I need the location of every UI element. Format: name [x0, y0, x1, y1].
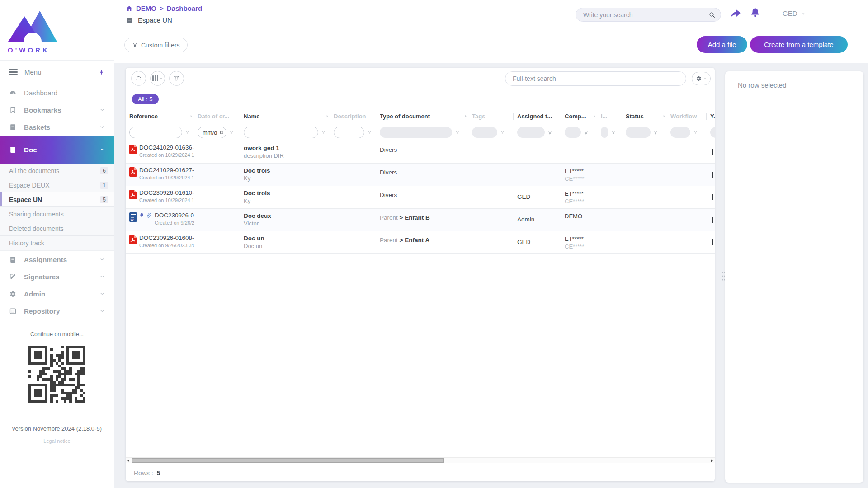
share-button[interactable] — [729, 7, 742, 20]
type-cell: Parent > Enfant A — [376, 231, 468, 253]
global-search-input[interactable] — [576, 8, 721, 21]
breadcrumb-page[interactable]: Dashboard — [167, 5, 202, 12]
column-header-assigned-t[interactable]: Assigned t... — [514, 108, 561, 124]
status-cell — [622, 164, 667, 186]
fulltext-search-input[interactable] — [505, 71, 686, 86]
filter-cell — [376, 127, 468, 138]
filter-cell — [126, 127, 194, 138]
column-header-workflow[interactable]: Workflow — [667, 108, 707, 124]
sidebar-subitem-history-track[interactable]: History track — [0, 236, 114, 250]
scroll-left-icon[interactable] — [127, 459, 131, 463]
sort-arrow-icon — [325, 114, 330, 118]
y-cell — [707, 141, 715, 163]
pin-icon[interactable] — [98, 69, 105, 75]
sidebar-item-dashboard[interactable]: Dashboard — [0, 84, 114, 101]
column-label: Type of document — [380, 113, 430, 120]
description-cell — [330, 231, 376, 253]
sidebar-item-repository[interactable]: Repository — [0, 302, 114, 319]
custom-filters-button[interactable]: Custom filters — [124, 38, 188, 52]
table-row[interactable]: DOC241029-01636-0Created on 10/29/2024 1… — [126, 141, 715, 164]
version-label: version Novembre 2024 (2.18.0-5) — [0, 425, 114, 432]
assigned-cell: Admin — [514, 209, 561, 231]
column-header-comp[interactable]: Comp... — [561, 108, 597, 124]
main-area: DEMO > Dashboard Espace UN GED Cus — [114, 0, 868, 488]
column-header-status[interactable]: Status — [622, 108, 667, 124]
filter-cell — [514, 127, 561, 138]
y-cell — [707, 231, 715, 253]
sidebar-footer: version Novembre 2024 (2.18.0-5) Legal n… — [0, 425, 114, 444]
profile-menu[interactable]: GED — [783, 9, 806, 17]
filter-cell — [561, 127, 597, 138]
profile-label: GED — [783, 9, 797, 17]
filter-input-reference[interactable] — [129, 127, 182, 138]
status-cell — [622, 141, 667, 163]
chevron-down-icon — [99, 308, 105, 314]
scroll-right-icon[interactable] — [710, 459, 714, 463]
i-cell — [597, 231, 622, 253]
hamburger-menu-icon[interactable] — [9, 68, 18, 77]
column-header-type-of-document[interactable]: Type of document — [376, 108, 468, 124]
gear-icon — [696, 75, 702, 82]
pdf-file-icon — [129, 145, 137, 154]
company-top: DEMO — [565, 213, 597, 220]
tab-all[interactable]: All : 5 — [132, 94, 159, 104]
table-settings-button[interactable] — [692, 72, 711, 85]
sidebar-item-baskets[interactable]: Baskets — [0, 118, 114, 136]
bell-icon — [139, 212, 145, 218]
filter-button[interactable] — [169, 71, 184, 86]
add-file-button[interactable]: Add a file — [697, 36, 747, 53]
filter-cell — [667, 127, 707, 138]
column-header-name[interactable]: Name — [240, 108, 330, 124]
column-label: Tags — [472, 113, 485, 120]
table-row[interactable]: DOC241029-01627-0Created on 10/29/2024 1… — [126, 164, 715, 186]
sidebar-subitem-sharing-documents[interactable]: Sharing documents — [0, 207, 114, 221]
search-icon[interactable] — [708, 11, 716, 19]
description-cell — [330, 186, 376, 208]
description-cell — [330, 141, 376, 163]
sidebar-subitem-all-the-documents[interactable]: All the documents6 — [0, 164, 114, 178]
column-header-date-of-cr[interactable]: Date of cr... — [194, 108, 240, 124]
horizontal-scrollbar[interactable] — [126, 457, 715, 463]
breadcrumb-root[interactable]: DEMO — [136, 5, 156, 12]
column-label: Status — [626, 113, 644, 120]
refresh-button[interactable] — [131, 71, 146, 86]
sidebar-subitem-espace-deux[interactable]: Espace DEUX1 — [0, 178, 114, 192]
home-icon[interactable] — [126, 5, 133, 12]
filter-funnel-icon — [547, 130, 552, 135]
sidebar-subitem-deleted-documents[interactable]: Deleted documents — [0, 221, 114, 236]
notifications-button[interactable] — [749, 7, 761, 19]
create-from-template-button[interactable]: Create from a template — [750, 36, 848, 53]
column-header-i[interactable]: I... — [597, 108, 622, 124]
filter-disabled-tags — [472, 127, 497, 138]
columns-button[interactable] — [150, 71, 165, 86]
subitem-label: History track — [9, 239, 44, 247]
filter-input-name[interactable] — [244, 127, 318, 138]
column-header-tags[interactable]: Tags — [468, 108, 514, 124]
app-root: O'WORK Menu DashboardBookmarksBasketsDoc… — [0, 0, 868, 488]
filter-input-description[interactable] — [334, 127, 364, 138]
sidebar-item-bookmarks[interactable]: Bookmarks — [0, 101, 114, 118]
legal-notice-link[interactable]: Legal notice — [0, 438, 114, 444]
column-header-description[interactable]: Description — [330, 108, 376, 124]
sidebar-subitem-espace-un[interactable]: Espace UN5 — [0, 192, 114, 207]
detail-panel: No row selected — [725, 71, 863, 483]
tags-cell — [468, 141, 514, 163]
sidebar-item-admin[interactable]: Admin — [0, 285, 114, 302]
scrollbar-thumb[interactable] — [132, 458, 444, 463]
sidebar-item-signatures[interactable]: Signatures — [0, 268, 114, 285]
actionbar: Custom filters Add a file Create from a … — [114, 30, 868, 63]
sidebar-item-doc[interactable]: Doc — [0, 136, 114, 164]
caret-down-icon — [160, 77, 163, 80]
table-row[interactable]: DOC230926-01610-3Created on 10/29/2024 1… — [126, 186, 715, 209]
chevron-down-icon — [99, 257, 105, 262]
table-footer: Rows : 5 — [126, 465, 715, 481]
column-header-reference[interactable]: Reference — [126, 108, 194, 124]
column-header-y[interactable]: Y... — [707, 108, 715, 124]
filter-date-input[interactable]: mm/d — [198, 127, 226, 138]
company-cell: ET*****CE***** — [561, 164, 597, 186]
sidebar-item-assignments[interactable]: Assignments — [0, 251, 114, 268]
svg-text:w: w — [130, 218, 134, 222]
table-row[interactable]: wDOC230926-01609-0Created on 9/26/2023 3… — [126, 209, 715, 231]
company-bottom: CE***** — [565, 198, 597, 205]
table-row[interactable]: DOC230926-01608-0Created on 9/26/2023 3:… — [126, 231, 715, 254]
